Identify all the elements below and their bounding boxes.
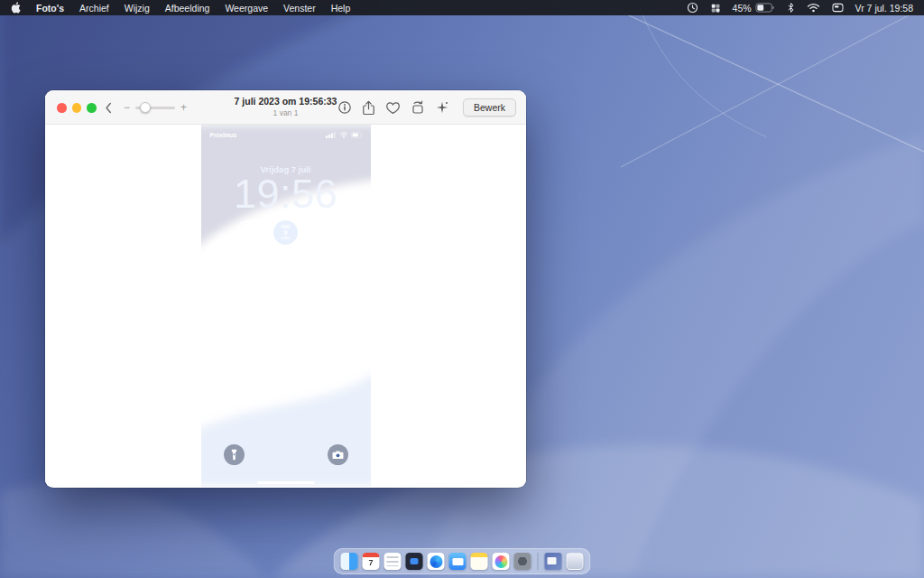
photos-window: − + 7 juli 2023 om 19:56:33 1 van 1 [45, 90, 526, 488]
zoom-out-icon[interactable]: − [124, 102, 130, 113]
dock-icon-finder[interactable] [341, 553, 358, 570]
menu-weergave[interactable]: Weergave [225, 3, 268, 14]
photo-title: 7 juli 2023 om 19:56:33 [235, 96, 337, 107]
dock-icon-photos[interactable] [493, 553, 510, 570]
edit-button[interactable]: Bewerk [463, 98, 516, 117]
home-indicator [257, 481, 315, 484]
menu-venster[interactable]: Venster [283, 3, 316, 14]
dock-icon-safari[interactable] [428, 553, 445, 570]
dock-divider [538, 553, 539, 570]
menu-bar: Foto's Archief Wijzig Afbeelding Weergav… [0, 0, 924, 15]
back-button[interactable] [101, 101, 116, 115]
rotate-button[interactable] [411, 100, 425, 115]
battery-percent-label: 45% [733, 3, 752, 14]
flashlight-button [224, 444, 245, 465]
info-icon [337, 100, 352, 115]
wifi-small-icon [339, 132, 348, 138]
preview-window-thumb [548, 557, 557, 564]
safari-compass [430, 555, 442, 568]
apple-logo-icon [11, 2, 21, 14]
camera-button [328, 444, 348, 465]
minimize-button[interactable] [72, 103, 82, 113]
menu-app-name[interactable]: Foto's [36, 3, 64, 14]
dock-icon-reminders[interactable] [384, 553, 402, 570]
zoom-track[interactable] [135, 107, 175, 109]
flashlight-icon [230, 449, 238, 461]
lockscreen-time: 19:56 [201, 173, 371, 215]
photos-flower [494, 555, 507, 568]
dock-icon-calendar[interactable]: 7 [363, 553, 380, 570]
carrier-label: Proximus [210, 132, 237, 138]
dock-trash[interactable] [567, 553, 584, 570]
zoom-knob[interactable] [140, 102, 151, 113]
status-icons [326, 132, 364, 138]
photo-lockscreen[interactable]: Proximus Vrijdag 7 juli 19:56 27° 11 29 … [201, 125, 371, 487]
auto-enhance-button[interactable] [435, 100, 449, 115]
menu-afbeelding[interactable]: Afbeelding [165, 3, 210, 14]
apple-menu[interactable] [11, 2, 21, 14]
bluetooth-icon[interactable] [787, 2, 795, 14]
calendar-day-label: 7 [363, 557, 380, 569]
control-center-icon[interactable] [832, 3, 844, 13]
tiles-icon[interactable] [710, 3, 721, 14]
dock-icon-notes[interactable] [471, 553, 488, 570]
zoom-slider[interactable]: − + [124, 102, 187, 113]
weather-temp-widget: 27° 11 29 [236, 220, 260, 245]
signal-icon [326, 132, 337, 138]
traffic-lights [57, 103, 97, 113]
desktop[interactable]: Foto's Archief Wijzig Afbeelding Weergav… [0, 0, 924, 578]
dock-icon-settings[interactable] [514, 553, 531, 570]
info-button[interactable] [337, 100, 352, 115]
battery-icon [755, 3, 775, 13]
share-icon [362, 100, 375, 116]
toolbar-title-block: 7 juli 2023 om 19:56:33 1 van 1 [235, 96, 337, 117]
wind-widget: ONO 9 KM/U [273, 220, 298, 245]
mail-envelope [452, 558, 463, 565]
dev-app-glyph [411, 558, 419, 564]
dock-icon-dev-app[interactable] [406, 553, 423, 570]
menubar-clock[interactable]: Vr 7 jul. 19:58 [855, 3, 913, 14]
battery-small-icon [351, 132, 364, 138]
lockscreen-widgets: 27° 11 29 ONO 9 KM/U 0% ↑ [201, 220, 371, 245]
rotate-icon [411, 100, 425, 115]
menu-wijzig[interactable]: Wijzig [125, 3, 150, 14]
fullscreen-button[interactable] [87, 103, 97, 113]
dock: 7 [334, 548, 591, 574]
zoom-in-icon[interactable]: + [180, 102, 187, 113]
heart-icon [385, 101, 401, 115]
precipitation-widget: 0% ↑ [311, 220, 336, 245]
dock-icon-mail[interactable] [449, 553, 467, 570]
wifi-icon[interactable] [807, 3, 820, 13]
sparkle-icon [435, 100, 449, 115]
dock-screenshot-preview[interactable] [545, 553, 562, 570]
chevron-left-icon [104, 101, 113, 115]
favorite-button[interactable] [385, 101, 401, 115]
window-titlebar[interactable]: − + 7 juli 2023 om 19:56:33 1 van 1 [45, 90, 526, 125]
photo-canvas: Proximus Vrijdag 7 juli 19:56 27° 11 29 … [45, 125, 526, 487]
close-button[interactable] [57, 103, 67, 113]
photo-count: 1 van 1 [235, 108, 337, 117]
menu-archief[interactable]: Archief [79, 3, 109, 14]
battery-status[interactable]: 45% [733, 3, 775, 14]
share-button[interactable] [362, 100, 375, 116]
menu-help[interactable]: Help [331, 3, 351, 14]
camera-icon [332, 450, 344, 460]
recent-clock-icon[interactable] [687, 2, 698, 14]
reminders-lines [387, 556, 399, 566]
